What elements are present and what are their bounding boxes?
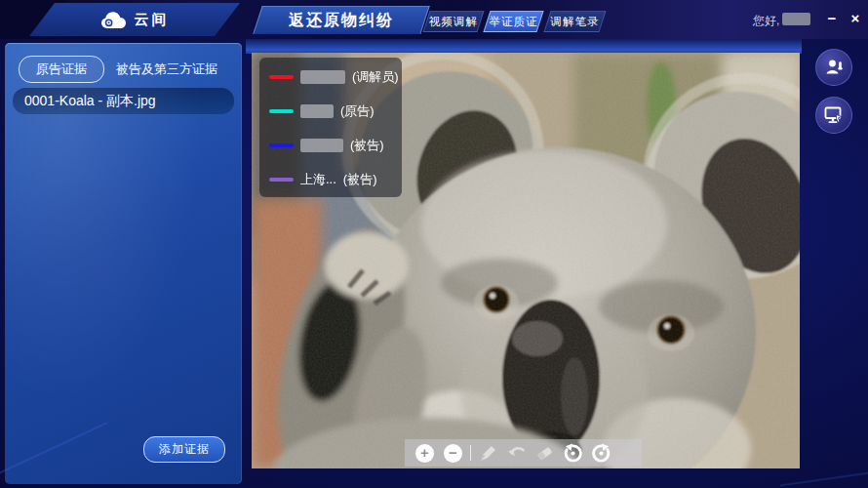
tab-evidence-examination[interactable]: 举证质证: [483, 11, 543, 32]
zoom-out-icon: −: [444, 444, 462, 463]
minimize-button[interactable]: −: [821, 7, 843, 30]
eraser-icon: [535, 444, 554, 463]
undo-icon: [507, 444, 526, 463]
screen-share-icon: [823, 104, 845, 126]
tab-defendant-evidence[interactable]: 被告及第三方证据: [116, 61, 217, 78]
app-logo-text: 云间: [135, 11, 170, 29]
rotate-left-icon: [563, 443, 583, 464]
greeting-text: 您好,: [753, 13, 779, 29]
tab-mediation-record[interactable]: 调解笔录: [543, 11, 606, 32]
user-name-redacted: [782, 13, 810, 25]
top-bar: 云间 返还原物纠纷 视频调解 举证质证 调解笔录 您好, − ×: [0, 0, 868, 39]
zoom-out-button[interactable]: −: [439, 439, 467, 467]
evidence-image-viewer: (调解员) (原告) (被告) 上海... (被告) +: [252, 53, 800, 468]
tab-plaintiff-evidence[interactable]: 原告证据: [19, 56, 104, 83]
mediator-color-dash: [269, 75, 294, 79]
add-evidence-button[interactable]: 添加证据: [143, 436, 225, 463]
defendant2-role-label: (被告): [343, 171, 377, 188]
legend-row-defendant-2: 上海... (被告): [269, 171, 392, 188]
tab-label: 举证质证: [488, 12, 539, 31]
mediator-name-redacted: [300, 70, 345, 84]
defendant2-color-dash: [269, 178, 294, 182]
undo-button[interactable]: [502, 439, 531, 467]
screen-share-button[interactable]: [815, 97, 852, 134]
defendant1-name-redacted: [300, 139, 343, 152]
evidence-tabs: 原告证据 被告及第三方证据: [19, 56, 217, 83]
logo-panel: 云间: [29, 3, 240, 36]
zoom-in-button[interactable]: +: [411, 439, 439, 467]
defendant2-name: 上海...: [300, 171, 336, 188]
rotate-right-button[interactable]: [587, 439, 615, 467]
participants-icon: [823, 57, 845, 78]
tab-label: 视频调解: [427, 12, 480, 31]
legend-row-defendant-1: (被告): [269, 137, 392, 154]
cloud-logo-icon: [100, 11, 127, 29]
close-button[interactable]: ×: [845, 7, 866, 30]
plaintiff-role-label: (原告): [340, 102, 375, 120]
tab-label: 调解笔录: [548, 12, 602, 31]
legend-row-plaintiff: (原告): [269, 102, 392, 120]
defendant1-role-label: (被告): [350, 137, 384, 154]
mediator-role-label: (调解员): [352, 68, 399, 86]
corner-decoration: [780, 468, 868, 488]
evidence-sidebar: 原告证据 被告及第三方证据 0001-Koala - 副本.jpg 添加证据: [5, 43, 242, 484]
case-title-banner: 返还原物纠纷: [253, 6, 429, 34]
toolbar-divider: [470, 445, 471, 461]
plaintiff-color-dash: [269, 109, 294, 113]
case-title: 返还原物纠纷: [258, 7, 424, 33]
app-window: 云间 返还原物纠纷 视频调解 举证质证 调解笔录 您好, − × 原告证据 被告…: [0, 0, 868, 488]
plaintiff-name-redacted: [300, 104, 334, 118]
rotate-left-button[interactable]: [559, 439, 587, 467]
eraser-button[interactable]: [531, 439, 559, 467]
participant-legend: (调解员) (原告) (被告) 上海... (被告): [259, 58, 402, 197]
legend-row-mediator: (调解员): [269, 68, 392, 86]
rotate-right-icon: [591, 443, 612, 464]
pen-icon: [479, 444, 497, 463]
image-annotation-toolbar: + −: [405, 439, 642, 467]
defendant1-color-dash: [269, 143, 294, 147]
participants-button[interactable]: [815, 49, 852, 86]
evidence-file-item[interactable]: 0001-Koala - 副本.jpg: [13, 88, 234, 114]
zoom-in-icon: +: [415, 444, 434, 463]
pen-tool-button[interactable]: [474, 439, 502, 467]
top-separator-band: [246, 39, 802, 54]
tab-video-mediation[interactable]: 视频调解: [422, 11, 484, 32]
